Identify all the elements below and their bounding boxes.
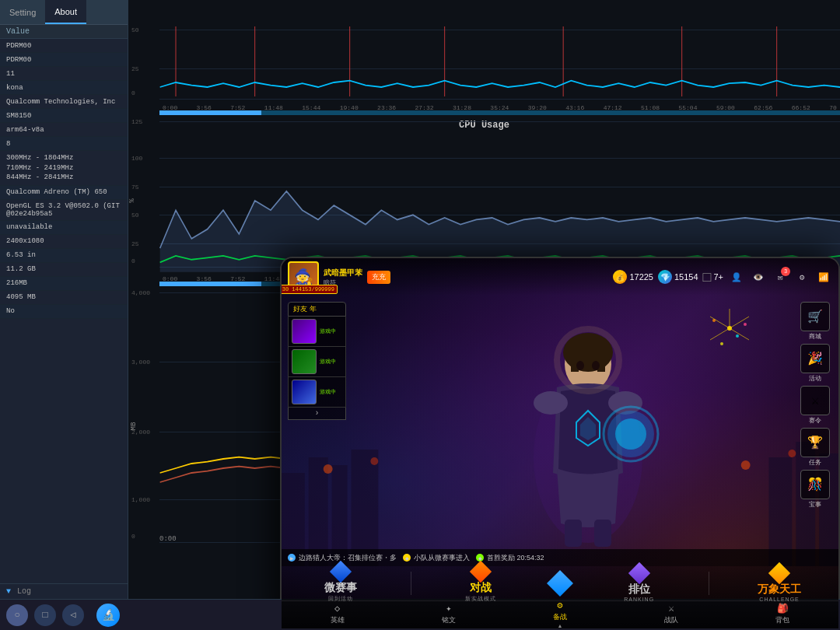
sidebar-row-8: 300MHz - 1804MHz 710MHz - 2419MHz 844MHz…: [0, 151, 128, 186]
friends-expand-button[interactable]: ›: [288, 408, 346, 420]
nav-tab-challenge[interactable]: 万象天工 CHALLENGE: [740, 562, 818, 605]
friend-item-1[interactable]: 游戏中: [288, 347, 346, 377]
scroll-down-icon[interactable]: ▼: [6, 587, 11, 596]
sidebar-row-4: Qualcomm Technologies, Inc: [0, 95, 128, 109]
nav-prep-label: 备战: [553, 612, 567, 622]
recharge-button[interactable]: 充充: [367, 271, 390, 284]
sidebar-row-0: PDRM00: [0, 39, 128, 53]
sidebar-row-5: SM8150: [0, 109, 128, 123]
eye-icon[interactable]: 👁️: [750, 268, 767, 285]
svg-point-37: [608, 391, 642, 415]
taskbar-app-icon[interactable]: 🔬: [96, 604, 120, 627]
center-diamond-icon: [547, 570, 573, 597]
game-top-bar: 🧙 Lv.30 144153/999999 武暗墨甲苯 暗符 充充 💰 1722…: [282, 258, 838, 296]
sidebar-row-16: 4095 MB: [0, 291, 128, 305]
right-icon-treasure[interactable]: 🎊 宝事: [798, 470, 832, 509]
nav-tab-challenge-sub: CHALLENGE: [759, 597, 799, 602]
sidebar: Setting About Value PDRM00 PDRM00 11 kon…: [0, 0, 128, 630]
sidebar-row-2: 11: [0, 67, 128, 81]
treasure-label: 宝事: [809, 500, 821, 509]
friend-avatar-0: [292, 319, 317, 344]
nav-tab-battle-sub: 新实战模式: [465, 595, 496, 603]
settings-icon[interactable]: ⚙️: [793, 268, 810, 285]
sidebar-row-13: 6.53 in: [0, 249, 128, 263]
sidebar-bottom-controls: ▼ Log: [0, 583, 128, 599]
extra-amount: 7+: [713, 272, 723, 282]
nav-tab-rank-sub: RANKING: [624, 597, 654, 602]
sidebar-col-header: Value: [0, 25, 128, 39]
right-icon-event[interactable]: 🎉 活动: [798, 344, 832, 383]
mem-time-zero: 0:00: [159, 535, 177, 543]
nav-divider-1: [709, 572, 709, 595]
svg-line-16: [730, 328, 749, 340]
mail-badge: 3: [781, 267, 790, 276]
friends-tab[interactable]: 好友 年: [288, 302, 346, 317]
micro-icon: [330, 561, 352, 583]
nav-tab-challenge-text: 万象天工: [758, 583, 801, 597]
nav-tab-battle[interactable]: 对战 新实战模式: [442, 561, 520, 606]
right-icons-panel: 🛒 商城 🎉 活动 ⚔️ 赛令 🏆 任务 🎊 宝事: [798, 302, 832, 509]
shop-icon: 🛒: [800, 302, 830, 331]
mail-icon[interactable]: ✉️ 3: [772, 268, 789, 285]
nav-icon-hero[interactable]: ◇ 英雄: [331, 603, 345, 625]
friend-status-0: 游戏中: [320, 327, 336, 335]
gold-currency: 💰 17225: [613, 270, 653, 284]
sidebar-tabs: Setting About: [0, 0, 128, 25]
svg-point-36: [534, 391, 568, 415]
nav-icon-bag[interactable]: 🎒 背包: [775, 603, 789, 625]
friend-avatar-1: [292, 349, 317, 374]
friends-panel: 好友 年 游戏中 游戏中 游戏中 ›: [288, 302, 346, 420]
svg-line-14: [730, 317, 749, 328]
tab-about[interactable]: About: [45, 0, 86, 24]
game-bottom-nav: 微赛事 回到活动 对战 新实战模式 排位 RANKING: [282, 566, 838, 628]
svg-point-34: [576, 361, 584, 370]
nav-icon-rune[interactable]: ✦ 铭文: [442, 603, 456, 625]
nav-tabs: 微赛事 回到活动 对战 新实战模式 排位 RANKING: [282, 566, 838, 600]
svg-point-35: [592, 361, 600, 370]
svg-line-15: [710, 317, 730, 328]
svg-point-27: [741, 460, 751, 470]
friend-status-2: 游戏中: [320, 388, 336, 396]
svg-rect-41: [594, 520, 611, 547]
nav-icon-prep[interactable]: ⚙ 备战 ▲: [553, 600, 567, 628]
challenge-icon: [768, 562, 790, 583]
right-icon-quest[interactable]: ⚔️ 赛令: [798, 386, 832, 425]
event-label: 活动: [809, 374, 821, 383]
phone-screen: 🧙 Lv.30 144153/999999 武暗墨甲苯 暗符 充充 💰 1722…: [282, 258, 838, 628]
nav-tab-micro[interactable]: 微赛事 回到活动: [302, 561, 380, 606]
sidebar-row-10: OpenGL ES 3.2 V@0502.0 (GIT@02e24b95a5: [0, 200, 128, 221]
svg-point-11: [720, 342, 723, 345]
sidebar-rows: PDRM00 PDRM00 11 kona Qualcomm Technolog…: [0, 39, 128, 319]
treasure-icon: 🎊: [800, 470, 830, 499]
top-right-icons: 👤 👁️ ✉️ 3 ⚙️ 📶: [728, 268, 832, 285]
friend-item-0[interactable]: 游戏中: [288, 317, 346, 347]
taskbar-recents[interactable]: □: [34, 604, 56, 626]
tab-setting[interactable]: Setting: [0, 0, 45, 24]
sidebar-row-12: 2400x1080: [0, 235, 128, 249]
nav-tab-micro-text: 微赛事: [324, 581, 357, 595]
nav-tab-micro-sub: 回到活动: [328, 595, 353, 603]
svg-point-12: [736, 334, 739, 338]
svg-point-28: [788, 450, 796, 457]
nav-tab-rank[interactable]: 排位 RANKING: [600, 562, 678, 605]
player-level-badge: Lv.30 144153/999999: [282, 285, 338, 294]
task-label: 任务: [809, 458, 821, 467]
sidebar-row-11: unavailable: [0, 221, 128, 235]
add-friend-icon[interactable]: 👤: [728, 268, 745, 285]
sidebar-row-3: kona: [0, 81, 128, 95]
gold-icon: 💰: [613, 270, 627, 284]
sidebar-row-9: Qualcomm Adreno (TM) 650: [0, 186, 128, 200]
right-icon-task[interactable]: 🏆 任务: [798, 428, 832, 467]
player-avatar: 🧙 Lv.30 144153/999999: [288, 261, 319, 292]
phone-overlay: 🧙 Lv.30 144153/999999 武暗墨甲苯 暗符 充充 💰 1722…: [280, 257, 840, 630]
right-icon-shop[interactable]: 🛒 商城: [798, 302, 832, 341]
taskbar-home[interactable]: ○: [6, 604, 28, 626]
event-icon: 🎉: [800, 344, 830, 373]
rank-icon: [628, 562, 650, 583]
svg-point-25: [324, 464, 333, 474]
taskbar-back[interactable]: ◁: [62, 604, 84, 626]
friend-item-2[interactable]: 游戏中: [288, 377, 346, 408]
nav-bag-label: 背包: [775, 615, 789, 625]
fireworks: [683, 305, 776, 387]
nav-icon-team[interactable]: ⚔ 战队: [664, 603, 678, 625]
